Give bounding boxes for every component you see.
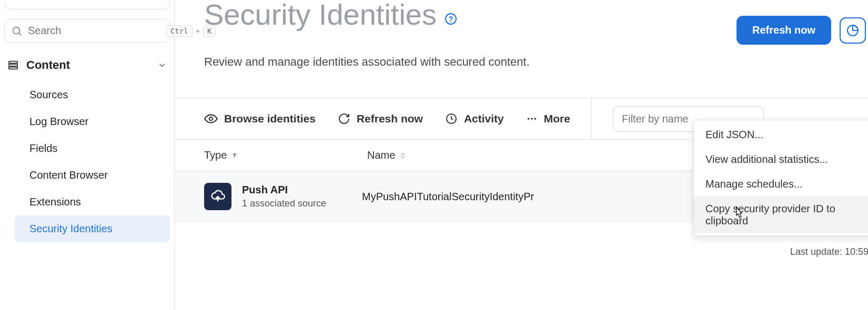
name-cell: MyPushAPITutorialSecurityIdentityPr bbox=[362, 191, 678, 203]
stats-button[interactable] bbox=[840, 17, 866, 44]
sidebar-section-label: Content bbox=[26, 58, 70, 72]
sidebar-top-box bbox=[4, 0, 170, 9]
type-cell: Push API 1 associated source bbox=[204, 183, 362, 210]
last-update-text: Last update: 10:59:2 bbox=[790, 246, 868, 257]
sidebar-item-label: Security Identities bbox=[29, 223, 113, 234]
search-icon bbox=[11, 25, 23, 37]
column-label: Type bbox=[204, 149, 227, 161]
browse-identities-button[interactable]: Browse identities bbox=[204, 112, 316, 126]
type-subtitle: 1 associated source bbox=[242, 198, 326, 209]
column-type[interactable]: Type bbox=[204, 149, 362, 161]
dropdown-manage-schedules[interactable]: Manage schedules... bbox=[694, 172, 868, 197]
page-subtitle: Review and manage identities associated … bbox=[204, 55, 868, 69]
sidebar-item-log-browser[interactable]: Log Browser bbox=[22, 108, 170, 135]
activity-button[interactable]: Activity bbox=[445, 112, 504, 125]
svg-point-0 bbox=[13, 27, 20, 34]
more-dropdown: Edit JSON... View additional statistics.… bbox=[693, 120, 868, 236]
column-name[interactable]: Name bbox=[367, 149, 683, 161]
svg-point-10 bbox=[534, 118, 536, 120]
dropdown-view-stats[interactable]: View additional statistics... bbox=[694, 147, 868, 172]
refresh-now-button[interactable]: Refresh now bbox=[736, 16, 831, 45]
eye-icon bbox=[204, 112, 218, 126]
sidebar-item-label: Fields bbox=[29, 142, 57, 154]
sidebar-item-label: Content Browser bbox=[29, 169, 108, 181]
sidebar: Ctrl + K Content Sources Log Browser Fie… bbox=[0, 0, 175, 310]
dropdown-copy-id[interactable]: Copy security provider ID to clipboard bbox=[694, 197, 868, 233]
clock-icon bbox=[445, 112, 458, 125]
sidebar-item-label: Extensions bbox=[29, 196, 81, 208]
toolbar-divider bbox=[591, 98, 592, 140]
svg-point-6 bbox=[209, 117, 213, 121]
sidebar-section-content[interactable]: Content bbox=[4, 53, 170, 77]
svg-point-8 bbox=[528, 118, 530, 120]
svg-line-1 bbox=[19, 33, 21, 35]
refresh-icon bbox=[338, 112, 350, 125]
column-label: Name bbox=[367, 149, 395, 161]
sidebar-item-content-browser[interactable]: Content Browser bbox=[22, 162, 170, 189]
main-content: Security Identities ? Refresh now Review… bbox=[175, 0, 868, 310]
sidebar-item-label: Sources bbox=[29, 89, 68, 100]
content-icon bbox=[7, 59, 19, 71]
svg-rect-2 bbox=[9, 61, 18, 64]
header-actions: Refresh now bbox=[736, 0, 868, 45]
search-box[interactable]: Ctrl + K bbox=[4, 19, 170, 43]
sidebar-item-extensions[interactable]: Extensions bbox=[22, 189, 170, 215]
sort-icon bbox=[399, 152, 407, 159]
toolbar-label: Browse identities bbox=[224, 112, 316, 125]
help-icon[interactable]: ? bbox=[445, 13, 457, 25]
svg-rect-3 bbox=[9, 64, 18, 66]
sidebar-items: Sources Log Browser Fields Content Brows… bbox=[4, 77, 170, 242]
more-icon bbox=[526, 113, 538, 125]
sort-asc-icon bbox=[231, 152, 238, 159]
toolbar-left: Browse identities Refresh now Activity bbox=[204, 112, 570, 126]
type-title: Push API bbox=[242, 184, 326, 196]
sidebar-item-label: Log Browser bbox=[29, 116, 88, 127]
toolbar-label: Activity bbox=[464, 112, 504, 125]
page-title: Security Identities ? bbox=[204, 0, 457, 29]
dropdown-edit-json[interactable]: Edit JSON... bbox=[694, 122, 868, 147]
sidebar-item-sources[interactable]: Sources bbox=[22, 81, 170, 108]
toolbar-label: More bbox=[544, 112, 570, 125]
header: Security Identities ? Refresh now bbox=[204, 0, 868, 45]
more-button[interactable]: More bbox=[526, 112, 570, 125]
chevron-down-icon bbox=[157, 60, 167, 70]
push-api-icon bbox=[204, 183, 231, 210]
svg-rect-4 bbox=[9, 67, 18, 69]
toolbar-label: Refresh now bbox=[357, 112, 423, 125]
pie-chart-icon bbox=[846, 24, 859, 37]
search-input[interactable] bbox=[28, 25, 161, 37]
svg-point-9 bbox=[531, 118, 533, 120]
sidebar-item-security-identities[interactable]: Security Identities bbox=[15, 215, 170, 242]
page-title-text: Security Identities bbox=[204, 0, 437, 29]
toolbar-refresh-button[interactable]: Refresh now bbox=[338, 112, 423, 125]
sidebar-item-fields[interactable]: Fields bbox=[22, 135, 170, 162]
